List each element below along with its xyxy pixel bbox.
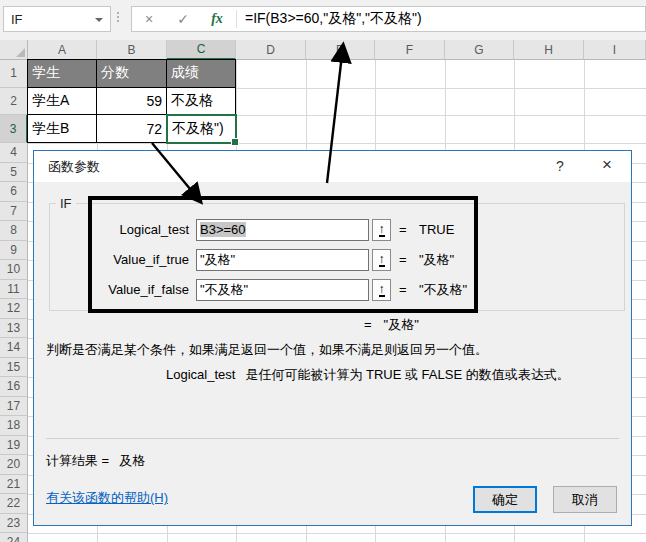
value-if-true-input[interactable]: "及格" [196,249,369,271]
separator-dots-icon [117,12,119,22]
row-header-19[interactable]: 19 [0,436,28,456]
cell-A1[interactable]: 学生 [27,59,97,88]
row-header-21[interactable]: 21 [0,475,28,495]
excel-window: IF × ✓ fx =IF(B3>=60,"及格","不及格") ABCDEFG… [0,0,646,542]
column-header-B[interactable]: B [97,40,167,60]
cell-C2[interactable]: 不及格 [167,88,236,116]
row-header-23[interactable]: 23 [0,514,28,534]
cell-B2[interactable]: 59 [97,88,167,116]
cell-A3[interactable]: 学生B [27,115,97,143]
param-label: Value_if_false [54,279,189,301]
param-label: Value_if_true [54,249,189,271]
name-box-dropdown-icon[interactable] [95,18,103,22]
param-result: "不及格" [419,279,467,301]
collapse-dialog-icon: ↑ [379,253,385,267]
formula-divider [236,10,237,28]
function-arguments-dialog: 函数参数 ? × IF Logical_test B3>=60 ↑ = TRUE… [33,150,632,526]
cancel-button[interactable]: 取消 [553,486,617,513]
row-header-13[interactable]: 13 [0,319,28,339]
cell-B1[interactable]: 分数 [97,59,167,88]
row-header-18[interactable]: 18 [0,416,28,436]
cell-C1[interactable]: 成绩 [167,59,236,88]
calc-result: 计算结果 =及格 [46,452,145,470]
row-header-11[interactable]: 11 [0,280,28,300]
formula-input[interactable]: =IF(B3>=60,"及格","不及格") [239,10,422,28]
select-all-corner[interactable] [0,40,28,60]
row-header-20[interactable]: 20 [0,455,28,475]
equals-sign: = [399,279,407,301]
row-header-15[interactable]: 15 [0,358,28,378]
value-if-false-input[interactable]: "不及格" [196,279,369,301]
row-header-6[interactable]: 6 [0,182,28,202]
collapse-dialog-icon: ↑ [379,283,385,297]
dialog-divider [46,438,619,439]
cancel-entry-icon[interactable]: × [132,11,166,27]
name-box-value: IF [11,12,23,27]
ok-button[interactable]: 确定 [473,486,537,513]
row-header-1[interactable]: 1 [0,60,28,88]
name-box[interactable]: IF [3,6,111,32]
fill-handle[interactable] [231,138,239,146]
param-result: TRUE [419,219,454,241]
row-header-12[interactable]: 12 [0,299,28,319]
gridline [28,143,646,144]
row-header-2[interactable]: 2 [0,88,28,116]
equals-sign: = [399,249,407,271]
gridline [28,533,646,534]
row-header-17[interactable]: 17 [0,397,28,417]
param-row-value-if-false: Value_if_false "不及格" ↑ = "不及格" [34,279,633,301]
column-header-G[interactable]: G [445,40,514,60]
param-label: Logical_test [54,219,189,241]
row-header-10[interactable]: 10 [0,260,28,280]
cell-B3[interactable]: 72 [97,115,167,143]
collapse-dialog-button[interactable]: ↑ [372,279,391,301]
row-header-16[interactable]: 16 [0,377,28,397]
formula-panel: × ✓ fx =IF(B3>=60,"及格","不及格") [131,6,646,32]
equals-sign: = [399,219,407,241]
row-header-14[interactable]: 14 [0,338,28,358]
column-header-F[interactable]: F [375,40,445,60]
param-row-value-if-true: Value_if_true "及格" ↑ = "及格" [34,249,633,271]
group-label: IF [56,196,76,211]
column-header-I[interactable]: I [584,40,646,60]
row-header-7[interactable]: 7 [0,202,28,222]
formula-result-preview: ="及格" [364,316,419,334]
function-description: 判断是否满足某个条件，如果满足返回一个值，如果不满足则返回另一个值。 [46,341,488,359]
insert-function-icon[interactable]: fx [200,11,234,27]
formula-bar: IF × ✓ fx =IF(B3>=60,"及格","不及格") [0,0,646,40]
dialog-close-icon[interactable]: × [597,155,617,175]
row-header-5[interactable]: 5 [0,163,28,183]
column-header-H[interactable]: H [514,40,584,60]
column-header-E[interactable]: E [306,40,375,60]
function-help-link[interactable]: 有关该函数的帮助(H) [46,489,168,507]
row-header-9[interactable]: 9 [0,241,28,261]
dialog-help-icon[interactable]: ? [551,158,569,174]
cell-C3[interactable]: 不及格") [166,114,237,144]
column-header-C[interactable]: C [167,40,236,60]
param-result: "及格" [419,249,454,271]
column-header-A[interactable]: A [28,40,97,60]
column-header-D[interactable]: D [236,40,306,60]
row-header-24[interactable]: 24 [0,533,28,542]
confirm-entry-icon[interactable]: ✓ [166,11,200,27]
dialog-title: 函数参数 [34,151,631,182]
row-header-4[interactable]: 4 [0,143,28,163]
collapse-dialog-button[interactable]: ↑ [372,219,391,241]
logical-test-input[interactable]: B3>=60 [196,219,369,241]
row-header-8[interactable]: 8 [0,221,28,241]
row-header-3[interactable]: 3 [0,115,28,143]
collapse-dialog-icon: ↑ [379,223,385,237]
param-hint: Logical_test是任何可能被计算为 TRUE 或 FALSE 的数值或表… [166,366,570,384]
cell-A2[interactable]: 学生A [27,88,97,116]
row-header-22[interactable]: 22 [0,494,28,514]
collapse-dialog-button[interactable]: ↑ [372,249,391,271]
param-row-logical-test: Logical_test B3>=60 ↑ = TRUE [34,219,633,241]
